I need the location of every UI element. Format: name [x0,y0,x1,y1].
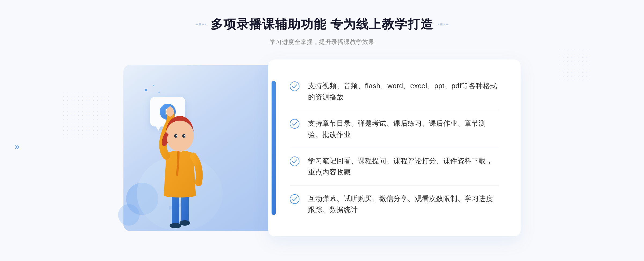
svg-point-10 [184,135,185,136]
svg-point-8 [182,134,185,138]
left-chevron-decoration: » [15,142,20,151]
illustration-card [123,65,274,231]
check-icon-1 [290,81,299,91]
feature-text-2: 支持章节目录、弹题考试、课后练习、课后作业、章节测验、批改作业 [308,118,499,140]
main-content: 支持视频、音频、flash、word、excel、ppt、pdf等各种格式的资源… [107,59,537,236]
feature-item-3: 学习笔记回看、课程提问、课程评论打分、课件资料下载，重点内容收藏 [290,148,499,185]
features-card: 支持视频、音频、flash、word、excel、ppt、pdf等各种格式的资源… [268,59,521,236]
check-icon-4 [290,194,299,204]
person-illustration [137,92,223,231]
page-subtitle: 学习进度全掌握，提升录播课教学效果 [196,38,448,46]
title-decorator-right [438,23,448,25]
feature-item-2: 支持章节目录、弹题考试、课后练习、课后作业、章节测验、批改作业 [290,110,499,148]
title-decorator-left [196,23,206,25]
svg-rect-1 [172,193,179,226]
svg-point-4 [180,220,190,226]
page-container: 多项录播课辅助功能 专为线上教学打造 学习进度全掌握，提升录播课教学效果 [0,0,644,261]
check-icon-3 [290,156,299,166]
svg-point-14 [290,119,299,128]
feature-text-4: 互动弹幕、试听购买、微信分享、观看次数限制、学习进度跟踪、数据统计 [308,193,499,215]
svg-point-6 [166,120,194,151]
blue-bar-decoration [272,81,276,215]
svg-point-9 [176,135,177,136]
chevron-icon: » [15,141,20,151]
header-section: 多项录播课辅助功能 专为线上教学打造 学习进度全掌握，提升录播课教学效果 [196,16,448,46]
deco-circle-2 [118,204,140,226]
title-row: 多项录播课辅助功能 专为线上教学打造 [196,16,448,33]
dots-decoration-right [558,48,590,80]
sparkle-2 [153,85,154,86]
svg-point-15 [290,157,299,166]
svg-point-16 [290,195,299,204]
feature-item-1: 支持视频、音频、flash、word、excel、ppt、pdf等各种格式的资源… [290,73,499,110]
svg-point-3 [170,223,181,228]
page-title: 多项录播课辅助功能 专为线上教学打造 [211,16,434,33]
svg-rect-2 [181,193,189,223]
feature-item-4: 互动弹幕、试听购买、微信分享、观看次数限制、学习进度跟踪、数据统计 [290,186,499,223]
svg-point-7 [174,134,177,138]
check-icon-2 [290,119,299,129]
svg-point-13 [290,82,299,91]
dots-decoration-left [62,91,110,139]
feature-text-3: 学习笔记回看、课程提问、课程评论打分、课件资料下载，重点内容收藏 [308,155,499,178]
feature-text-1: 支持视频、音频、flash、word、excel、ppt、pdf等各种格式的资源… [308,80,499,103]
sparkle-1 [145,89,147,91]
svg-rect-12 [169,106,171,113]
